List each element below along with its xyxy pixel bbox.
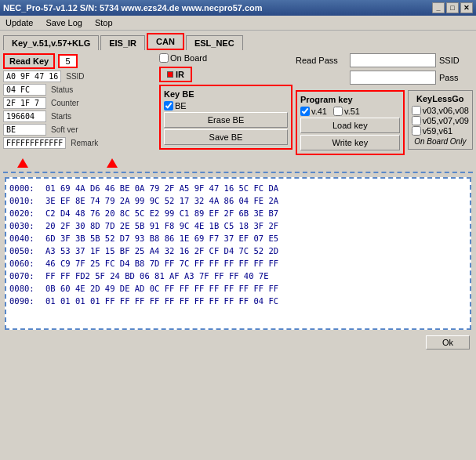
read-key-button[interactable]: Read Key xyxy=(3,53,55,69)
hex-line: 0080:0B 60 4E 2D 49 DE AD 0C FF FF FF FF… xyxy=(9,282,467,295)
separator-line xyxy=(3,172,473,173)
v41-checkbox-label[interactable]: v.41 xyxy=(300,107,327,116)
program-key-section: Program key v.41 v.51 Load key Write key xyxy=(296,90,405,155)
maximize-button[interactable]: □ xyxy=(446,2,459,13)
be-checkbox-label[interactable]: BE xyxy=(164,101,288,110)
tab-eis-ir[interactable]: EIS_IR xyxy=(100,35,145,50)
pass-field[interactable] xyxy=(350,71,436,85)
v51-label: v.51 xyxy=(344,107,360,116)
hex-addr: 0080: xyxy=(9,282,42,295)
hex-bytes: C2 D4 48 76 20 8C 5C E2 99 C1 89 EF 2F 6… xyxy=(45,207,278,219)
hex-line: 0030:20 2F 30 8D 7D 2E 5B 91 F8 9C 4E 1B… xyxy=(9,219,467,232)
keyless-section: KeyLessGo v03,v06,v08 v05,v07,v09 v59,v6… xyxy=(408,90,473,150)
program-key-title: Program key xyxy=(300,95,400,104)
hex-line: 0070:FF FF FD2 5F 24 BD 06 81 AF A3 7F F… xyxy=(9,270,467,282)
center-panel: On Board IR Key BE BE Erase BE Save BE xyxy=(159,53,293,150)
kl3-option: v59,v61 xyxy=(423,126,453,136)
key-be-section: Key BE BE Erase BE Save BE xyxy=(159,85,293,150)
kl3-label[interactable]: v59,v61 xyxy=(412,126,469,136)
remark-value: FFFFFFFFFFFF xyxy=(3,137,66,149)
menu-bar: Update Save Log Stop xyxy=(0,16,476,31)
ir-label: IR xyxy=(176,70,184,79)
ok-button[interactable]: Ok xyxy=(426,335,470,350)
write-key-button[interactable]: Write key xyxy=(300,135,400,150)
hex-addr: 0030: xyxy=(9,219,42,232)
softver-label: Soft ver xyxy=(48,125,81,135)
left-panel: Read Key 5 A0 9F 47 16 SSID 04 FC Status… xyxy=(3,53,156,149)
close-button[interactable]: ✕ xyxy=(460,2,473,13)
ssid-right-label: SSID xyxy=(439,56,460,65)
be-label: BE xyxy=(175,101,187,110)
kl2-checkbox[interactable] xyxy=(412,116,421,125)
counter-value: 2F 1F 7 xyxy=(3,97,46,109)
hex-addr: 0010: xyxy=(9,194,42,207)
hex-bytes: 01 01 01 01 FF FF FF FF FF FF FF FF FF F… xyxy=(45,295,278,307)
status-label: Status xyxy=(48,85,76,95)
menu-update[interactable]: Update xyxy=(3,17,35,28)
kl1-option: v03,v06,v08 xyxy=(423,106,469,115)
erase-be-button[interactable]: Erase BE xyxy=(164,112,288,128)
hex-bytes: 46 C9 7F 25 FC D4 B8 7D FF 7C FF FF FF F… xyxy=(45,257,278,270)
read-pass-field[interactable] xyxy=(350,53,436,67)
status-value: 04 FC xyxy=(3,84,46,96)
ssid-value: A0 9F 47 16 xyxy=(3,71,61,82)
hex-area[interactable]: 0000:01 69 4A D6 46 BE 0A 79 2F A5 9F 47… xyxy=(5,177,471,330)
ssid-pass-section: Read Pass SSID Pass xyxy=(296,53,473,85)
hex-bytes: A3 53 37 1F 15 BF 25 A4 32 16 2F CF D4 7… xyxy=(45,244,278,257)
menu-savelog[interactable]: Save Log xyxy=(43,17,84,28)
hex-line: 0020:C2 D4 48 76 20 8C 5C E2 99 C1 89 EF… xyxy=(9,207,467,219)
arrows-container xyxy=(3,158,473,168)
title-bar: NEC_Pro-57-v1.12 S/N: 5734 www.ezs24.de … xyxy=(0,0,476,16)
onboard-label: On Board xyxy=(170,53,207,63)
be-checkbox[interactable] xyxy=(164,101,173,110)
hex-addr: 0090: xyxy=(9,295,42,307)
tab-bar: Key_v.51,v.57+KLG EIS_IR CAN ESL_NEC xyxy=(0,31,476,50)
key-be-title: Key BE xyxy=(164,89,288,99)
ir-indicator xyxy=(167,71,173,78)
kl2-option: v05,v07,v09 xyxy=(423,116,469,125)
pass-label: Pass xyxy=(439,73,458,82)
hex-line: 0090:01 01 01 01 FF FF FF FF FF FF FF FF… xyxy=(9,295,467,307)
read-pass-label: Read Pass xyxy=(296,56,347,65)
hex-addr: 0040: xyxy=(9,232,42,244)
tab-esl-nec[interactable]: ESL_NEC xyxy=(186,35,243,50)
main-content: Read Key 5 A0 9F 47 16 SSID 04 FC Status… xyxy=(0,50,476,333)
hex-addr: 0060: xyxy=(9,257,42,270)
kl2-label[interactable]: v05,v07,v09 xyxy=(412,116,469,125)
hex-bytes: FF FF FD2 5F 24 BD 06 81 AF A3 7F FF FF … xyxy=(45,270,268,282)
onboard-checkbox[interactable] xyxy=(159,53,169,63)
keyless-title: KeyLessGo xyxy=(412,94,469,103)
read-key-value: 5 xyxy=(58,54,78,68)
counter-label: Counter xyxy=(48,98,82,108)
starts-value: 196604 xyxy=(3,110,46,122)
tab-key[interactable]: Key_v.51,v.57+KLG xyxy=(3,35,99,50)
arrow-up-left xyxy=(17,158,28,168)
menu-stop[interactable]: Stop xyxy=(93,17,115,28)
minimize-button[interactable]: _ xyxy=(432,2,445,13)
arrow-up-center xyxy=(107,158,118,168)
ssid-label: SSID xyxy=(63,71,87,81)
tab-can[interactable]: CAN xyxy=(147,33,184,50)
v41-checkbox[interactable] xyxy=(300,107,310,116)
save-be-button[interactable]: Save BE xyxy=(164,129,288,145)
starts-label: Starts xyxy=(48,111,74,121)
hex-addr: 0020: xyxy=(9,207,42,219)
load-key-button[interactable]: Load key xyxy=(300,118,400,133)
remark-label: Remark xyxy=(67,138,101,148)
kl3-checkbox[interactable] xyxy=(412,126,421,136)
hex-addr: 0070: xyxy=(9,270,42,282)
v51-checkbox[interactable] xyxy=(333,107,343,116)
hex-line: 0060:46 C9 7F 25 FC D4 B8 7D FF 7C FF FF… xyxy=(9,257,467,270)
ir-button[interactable]: IR xyxy=(159,67,192,82)
hex-bytes: 20 2F 30 8D 7D 2E 5B 91 F8 9C 4E 1B C5 1… xyxy=(45,219,278,232)
hex-addr: 0000: xyxy=(9,182,42,194)
kl1-checkbox[interactable] xyxy=(412,106,421,115)
v51-checkbox-label[interactable]: v.51 xyxy=(333,107,360,116)
hex-addr: 0050: xyxy=(9,244,42,257)
onboard-checkbox-label[interactable]: On Board xyxy=(159,53,207,63)
right-panel: Read Pass SSID Pass Program key v. xyxy=(296,53,473,155)
kl1-label[interactable]: v03,v06,v08 xyxy=(412,106,469,115)
bottom-bar: Ok xyxy=(0,333,476,352)
hex-line: 0010:3E EF 8E 74 79 2A 99 9C 52 17 32 4A… xyxy=(9,194,467,207)
v41-label: v.41 xyxy=(311,107,327,116)
